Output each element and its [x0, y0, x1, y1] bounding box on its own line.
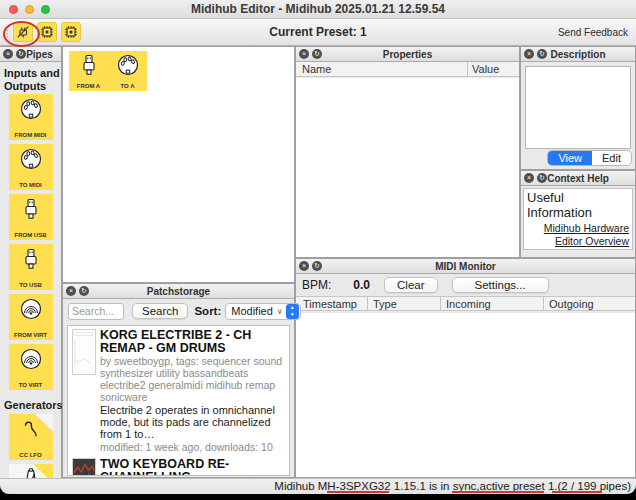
pipes-panel: × ↻ Pipes Inputs and Outputs FROM MIDI — [0, 46, 62, 478]
window-title: Midihub Editor - Midihub 2025.01.21 12.5… — [0, 2, 636, 16]
pipe-tile-from-midi[interactable]: FROM MIDI — [9, 94, 53, 140]
usb-plug-icon — [19, 197, 43, 221]
din-5-icon — [19, 97, 43, 121]
pipe-tile-cc-lfo[interactable]: CC LFO — [9, 414, 53, 460]
close-icon[interactable]: × — [524, 49, 534, 59]
usb-plug-icon — [77, 53, 101, 77]
context-help-panel: × ↻ Context Help Useful Information Midi… — [520, 170, 636, 258]
patch-list[interactable]: KORG ELECTRIBE 2 - CH REMAP - GM DRUMS b… — [67, 325, 290, 476]
float-panel-icon[interactable]: ↻ — [537, 49, 547, 59]
float-panel-icon[interactable]: ↻ — [16, 49, 26, 59]
pipe-tile-label: TO MIDI — [19, 182, 42, 188]
context-help-content: Useful Information Midihub Hardware Edit… — [523, 188, 633, 250]
description-panel-header: × ↻ Description — [521, 47, 635, 62]
pipe-tile-from-usb[interactable]: FROM USB — [9, 194, 53, 240]
preset-canvas[interactable]: FROM A TO A — [62, 46, 295, 283]
properties-column-headers: Name Value — [296, 62, 519, 77]
search-input[interactable] — [68, 303, 124, 320]
midihub-editor-app: Midihub Editor - Midihub 2025.01.21 12.5… — [0, 0, 636, 494]
column-value: Value — [472, 63, 499, 75]
sort-dropdown[interactable]: Modified ∨ ▲▼ — [225, 303, 300, 320]
link-midihub-hardware[interactable]: Midihub Hardware — [544, 222, 629, 234]
patch-thumbnail — [72, 329, 96, 375]
pipe-label: FROM A — [77, 83, 100, 89]
column-type: Type — [373, 298, 397, 310]
pipe-tile-to-virt[interactable]: TO VIRT — [9, 344, 53, 390]
column-timestamp: Timestamp — [303, 298, 357, 310]
midi-monitor-controls: BPM: 0.0 Clear Settings... — [296, 274, 635, 296]
column-divider[interactable] — [367, 297, 368, 310]
patch-thumbnail — [72, 458, 96, 476]
midi-monitor-column-headers: Timestamp Type Incoming Outgoing — [296, 296, 635, 311]
close-icon[interactable]: × — [299, 261, 309, 271]
close-icon[interactable]: × — [524, 173, 534, 183]
list-item[interactable]: KORG ELECTRIBE 2 - CH REMAP - GM DRUMS b… — [68, 326, 289, 455]
properties-panel-header: × ↻ Properties — [296, 47, 519, 62]
midi-monitor-panel-title: MIDI Monitor — [296, 261, 635, 272]
properties-table-body[interactable] — [296, 78, 519, 257]
search-button[interactable]: Search — [132, 303, 188, 319]
column-divider[interactable] — [467, 62, 468, 76]
float-panel-icon[interactable]: ↻ — [79, 286, 89, 296]
pipe-tile-from-virt[interactable]: FROM VIRT — [9, 294, 53, 340]
view-button[interactable]: View — [548, 151, 592, 165]
patch-modified: modified: 1 week ago, downloads: 10 — [100, 442, 287, 454]
send-feedback-link[interactable]: Send Feedback — [558, 27, 628, 38]
patch-title[interactable]: KORG ELECTRIBE 2 - CH REMAP - GM DRUMS — [100, 329, 287, 355]
float-panel-icon[interactable]: ↻ — [312, 49, 322, 59]
patch-meta: by sweetboygp, tags: sequencer sound syn… — [100, 356, 287, 403]
midi-monitor-table-body[interactable] — [296, 313, 635, 477]
inputs-outputs-section-label: Inputs and Outputs — [0, 62, 61, 94]
link-editor-overview[interactable]: Editor Overview — [555, 235, 629, 247]
patchstorage-panel-header: × ↻ Patchstorage — [63, 284, 294, 299]
patchstorage-controls: Search Sort: Modified ∨ ▲▼ — [63, 299, 294, 323]
column-incoming: Incoming — [446, 298, 491, 310]
pipe-tile-to-midi[interactable]: TO MIDI — [9, 144, 53, 190]
din-5-icon — [116, 53, 140, 77]
app-window: Midihub Editor - Midihub 2025.01.21 12.5… — [0, 0, 636, 500]
properties-panel-title: Properties — [296, 49, 519, 60]
patch-title[interactable]: TWO KEYBOARD RE-CHANNELLING — [100, 458, 287, 476]
bpm-label: BPM: — [302, 278, 331, 292]
float-panel-icon[interactable]: ↻ — [312, 261, 322, 271]
combo-stepper-icon[interactable]: ▲▼ — [286, 304, 299, 319]
pipeline[interactable]: FROM A TO A — [69, 51, 147, 91]
close-icon[interactable]: × — [299, 49, 309, 59]
description-panel: × ↻ Description View Edit — [520, 46, 636, 170]
useful-information-heading: Useful Information — [527, 190, 629, 220]
column-divider[interactable] — [440, 297, 441, 310]
midi-monitor-panel-header: × ↻ MIDI Monitor — [296, 259, 635, 274]
close-icon[interactable]: × — [66, 286, 76, 296]
lfo-wave-icon — [19, 417, 43, 441]
sort-label: Sort: — [194, 305, 221, 317]
settings-button[interactable]: Settings... — [452, 277, 549, 293]
pipe-tile-to-usb[interactable]: TO USB — [9, 244, 53, 290]
pipe-tile-label: FROM MIDI — [15, 132, 47, 138]
close-icon[interactable]: × — [3, 49, 13, 59]
status-bar: Midihub MH-3SPXG32 1.15.1 is in sync,act… — [0, 478, 636, 494]
virtual-port-icon — [19, 347, 43, 371]
pipe-tile-label: FROM VIRT — [14, 332, 47, 338]
column-outgoing: Outgoing — [549, 298, 594, 310]
pipes-panel-header: × ↻ Pipes — [0, 47, 61, 62]
usb-plug-icon — [19, 247, 43, 271]
generators-section-label: Generators — [0, 394, 61, 414]
pipe-to-a[interactable]: TO A — [108, 51, 147, 91]
description-mode-switch: View Edit — [547, 150, 632, 166]
pipe-label: TO A — [120, 83, 134, 89]
current-preset-label: Current Preset: 1 — [0, 25, 636, 39]
clear-button[interactable]: Clear — [384, 277, 437, 293]
edit-button[interactable]: Edit — [592, 151, 631, 165]
properties-panel: × ↻ Properties Name Value — [295, 46, 520, 258]
bpm-value: 0.0 — [353, 278, 370, 292]
link-inserting-pipelines-from-file[interactable]: Inserting Pipelines from File — [543, 247, 629, 250]
patch-description: Electribe 2 operates in omnichannel mode… — [100, 404, 287, 440]
device-status-text: Midihub MH-3SPXG32 1.15.1 is in sync,act… — [274, 480, 631, 492]
pipe-tile-label: TO USB — [19, 282, 42, 288]
description-text-area[interactable] — [525, 66, 631, 149]
pipe-from-a[interactable]: FROM A — [69, 51, 108, 91]
list-item[interactable]: TWO KEYBOARD RE-CHANNELLING by resonotte… — [68, 455, 289, 476]
float-panel-icon[interactable]: ↻ — [537, 173, 547, 183]
chevron-down-icon: ∨ — [277, 307, 283, 316]
column-divider[interactable] — [543, 297, 544, 310]
